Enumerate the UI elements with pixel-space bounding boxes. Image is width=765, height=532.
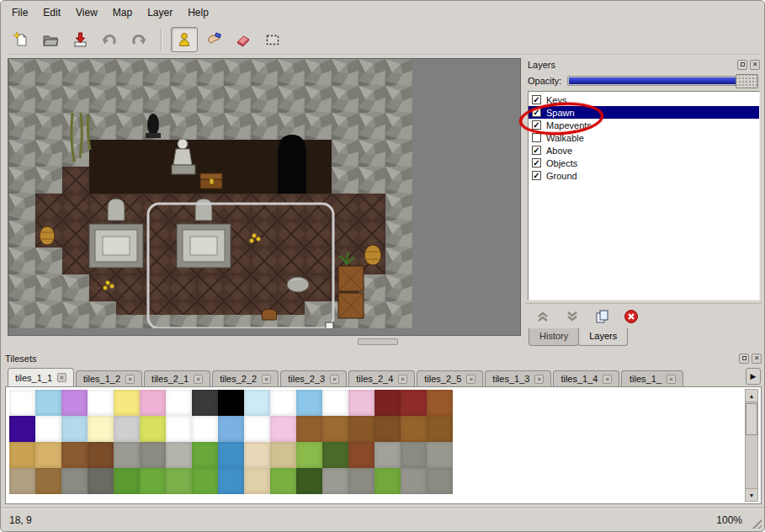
undo-button[interactable] [96, 27, 123, 52]
tile-2-4[interactable] [114, 442, 140, 468]
tile-1-11[interactable] [296, 416, 322, 442]
tile-3-6[interactable] [166, 468, 192, 494]
tile-3-13[interactable] [348, 468, 375, 494]
tile-1-7[interactable] [192, 416, 218, 442]
tile-1-4[interactable] [114, 416, 140, 442]
tileset-vscrollbar[interactable]: ▲ ▼ [745, 389, 758, 502]
brush-tool-button[interactable] [200, 27, 227, 52]
tileset-tab-tiles_1_2[interactable]: tiles_1_2✕ [76, 370, 142, 386]
map-hscrollbar-thumb[interactable] [358, 338, 398, 345]
tile-1-3[interactable] [88, 416, 114, 442]
tile-3-12[interactable] [322, 468, 348, 494]
layer-row-walkable[interactable]: Walkable [529, 131, 759, 144]
layer-checkbox-walkable[interactable] [532, 133, 541, 142]
tab-close-icon[interactable]: ✕ [330, 375, 339, 384]
delete-layer-button[interactable] [623, 308, 640, 325]
tile-2-7[interactable] [192, 442, 218, 468]
tile-0-4[interactable] [114, 390, 140, 416]
tileset-vscrollbar-thumb[interactable] [746, 403, 757, 435]
duplicate-layer-button[interactable] [593, 308, 610, 325]
tile-1-6[interactable] [166, 416, 192, 442]
tile-3-10[interactable] [270, 468, 296, 494]
layer-checkbox-ground[interactable]: ✓ [532, 171, 541, 180]
save-button[interactable] [66, 27, 93, 52]
tile-3-2[interactable] [61, 468, 88, 494]
tab-history[interactable]: History [529, 328, 579, 346]
tileset-tab-tiles_1_1[interactable]: tiles_1_1✕ [8, 368, 74, 386]
selection-resize-handle[interactable] [326, 322, 333, 328]
tile-1-1[interactable] [35, 416, 61, 442]
tile-0-7[interactable] [192, 390, 218, 416]
tile-3-9[interactable] [244, 468, 270, 494]
layer-checkbox-spawn[interactable]: ✓ [532, 108, 541, 117]
tab-close-icon[interactable]: ✕ [398, 375, 407, 384]
tile-0-2[interactable] [61, 390, 88, 416]
tileset-tab-tiles_2_5[interactable]: tiles_2_5✕ [417, 370, 483, 386]
layer-checkbox-objects[interactable]: ✓ [532, 158, 541, 168]
tile-1-10[interactable] [270, 416, 296, 442]
open-button[interactable] [37, 27, 64, 52]
layer-row-keys[interactable]: ✓Keys [529, 93, 759, 106]
tile-2-2[interactable] [61, 442, 88, 468]
menu-file[interactable]: File [4, 4, 35, 21]
tile-2-14[interactable] [375, 442, 401, 468]
scroll-down-button[interactable]: ▼ [746, 488, 757, 501]
tileset-tab-tiles_1_[interactable]: tiles_1_✕ [621, 370, 683, 386]
layer-checkbox-mapevents[interactable]: ✓ [532, 120, 541, 130]
opacity-slider-handle[interactable] [736, 74, 758, 88]
menu-layer[interactable]: Layer [140, 4, 180, 21]
tile-3-3[interactable] [88, 468, 114, 494]
move-layer-down-button[interactable] [564, 308, 581, 325]
close-tilesets-button[interactable]: ✕ [752, 354, 762, 364]
tile-2-13[interactable] [348, 442, 375, 468]
layer-row-above[interactable]: ✓Above [529, 144, 759, 157]
tile-3-5[interactable] [140, 468, 166, 494]
tile-1-8[interactable] [218, 416, 244, 442]
tile-2-15[interactable] [401, 442, 427, 468]
tab-close-icon[interactable]: ✕ [194, 375, 203, 384]
close-panel-button[interactable]: ✕ [750, 60, 760, 70]
tile-3-11[interactable] [296, 468, 322, 494]
tile-0-5[interactable] [140, 390, 166, 416]
new-file-button[interactable] [8, 27, 35, 52]
scroll-up-button[interactable]: ▲ [746, 390, 757, 402]
float-tilesets-button[interactable] [739, 354, 749, 364]
layer-checkbox-keys[interactable]: ✓ [532, 95, 541, 104]
tile-2-12[interactable] [322, 442, 348, 468]
tile-3-4[interactable] [114, 468, 140, 494]
tile-0-8[interactable] [218, 390, 244, 416]
tileset-tab-tiles_1_4[interactable]: tiles_1_4✕ [553, 370, 619, 386]
tile-3-8[interactable] [218, 468, 244, 494]
opacity-slider[interactable] [567, 76, 758, 86]
tile-1-15[interactable] [401, 416, 427, 442]
tab-close-icon[interactable]: ✕ [667, 375, 676, 384]
menu-view[interactable]: View [68, 4, 105, 21]
tile-1-12[interactable] [322, 416, 348, 442]
tile-3-7[interactable] [192, 468, 218, 494]
layer-row-mapevents[interactable]: ✓Mapevents [529, 119, 759, 131]
tab-close-icon[interactable]: ✕ [57, 373, 66, 382]
layer-row-objects[interactable]: ✓Objects [529, 157, 759, 169]
tile-1-14[interactable] [375, 416, 401, 442]
tab-close-icon[interactable]: ✕ [262, 375, 271, 384]
tile-1-5[interactable] [140, 416, 166, 442]
tile-0-0[interactable] [9, 390, 35, 416]
tile-2-0[interactable] [9, 442, 35, 468]
tile-0-1[interactable] [35, 390, 61, 416]
tile-3-14[interactable] [375, 468, 401, 494]
resize-grip-icon[interactable] [750, 517, 762, 529]
tile-2-8[interactable] [218, 442, 244, 468]
tab-scroll-right-button[interactable]: ▶ [746, 368, 761, 385]
layer-row-ground[interactable]: ✓Ground [529, 169, 759, 182]
tile-0-12[interactable] [322, 390, 348, 416]
eraser-tool-button[interactable] [230, 27, 257, 52]
tile-2-5[interactable] [140, 442, 166, 468]
tile-0-16[interactable] [427, 390, 453, 416]
tile-3-1[interactable] [35, 468, 61, 494]
tab-close-icon[interactable]: ✕ [125, 375, 135, 384]
tab-close-icon[interactable]: ✕ [534, 375, 544, 384]
tile-0-10[interactable] [270, 390, 296, 416]
move-layer-up-button[interactable] [534, 308, 551, 325]
layer-row-spawn[interactable]: ✓Spawn [529, 106, 759, 119]
tab-close-icon[interactable]: ✕ [466, 375, 475, 384]
